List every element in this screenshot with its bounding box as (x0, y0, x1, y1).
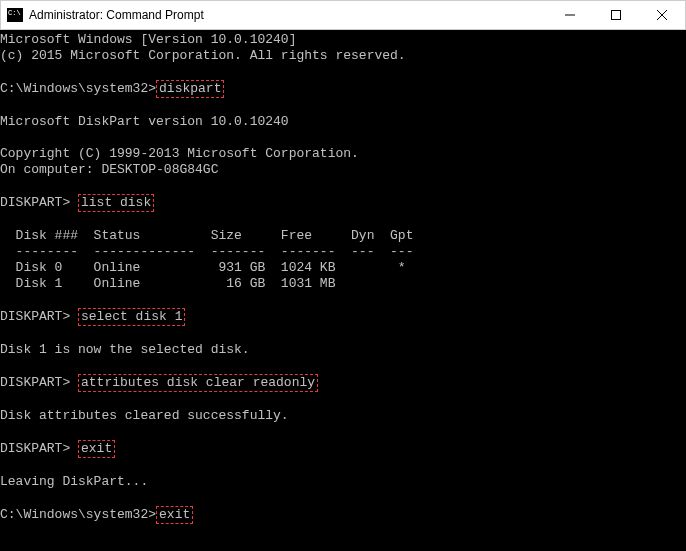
output-line: Microsoft DiskPart version 10.0.10240 (0, 114, 289, 129)
prompt: DISKPART> (0, 375, 78, 390)
table-row: Disk 1 Online 16 GB 1031 MB (0, 276, 335, 291)
prompt: DISKPART> (0, 309, 78, 324)
command-highlight: exit (156, 506, 193, 524)
close-button[interactable] (639, 1, 685, 29)
table-header: Disk ### Status Size Free Dyn Gpt (0, 228, 413, 243)
prompt: C:\Windows\system32> (0, 81, 156, 96)
command-highlight: select disk 1 (78, 308, 185, 326)
svg-rect-1 (612, 11, 621, 20)
terminal-output[interactable]: Microsoft Windows [Version 10.0.10240] (… (0, 30, 686, 551)
prompt: C:\Windows\system32> (0, 507, 156, 522)
command-highlight: diskpart (156, 80, 224, 98)
output-line: Disk 1 is now the selected disk. (0, 342, 250, 357)
output-line: Microsoft Windows [Version 10.0.10240] (0, 32, 296, 47)
command-highlight: attributes disk clear readonly (78, 374, 318, 392)
cmd-icon (7, 8, 23, 22)
output-line: Leaving DiskPart... (0, 474, 148, 489)
output-line: On computer: DESKTOP-08G84GC (0, 162, 218, 177)
titlebar: Administrator: Command Prompt (0, 0, 686, 30)
output-line: Disk attributes cleared successfully. (0, 408, 289, 423)
command-highlight: list disk (78, 194, 154, 212)
maximize-button[interactable] (593, 1, 639, 29)
prompt: DISKPART> (0, 195, 78, 210)
command-highlight: exit (78, 440, 115, 458)
prompt: DISKPART> (0, 441, 78, 456)
output-line: (c) 2015 Microsoft Corporation. All righ… (0, 48, 406, 63)
minimize-button[interactable] (547, 1, 593, 29)
output-line: Copyright (C) 1999-2013 Microsoft Corpor… (0, 146, 359, 161)
table-separator: -------- ------------- ------- ------- -… (0, 244, 413, 259)
window-title: Administrator: Command Prompt (29, 8, 547, 22)
table-row: Disk 0 Online 931 GB 1024 KB * (0, 260, 406, 275)
window-controls (547, 1, 685, 29)
